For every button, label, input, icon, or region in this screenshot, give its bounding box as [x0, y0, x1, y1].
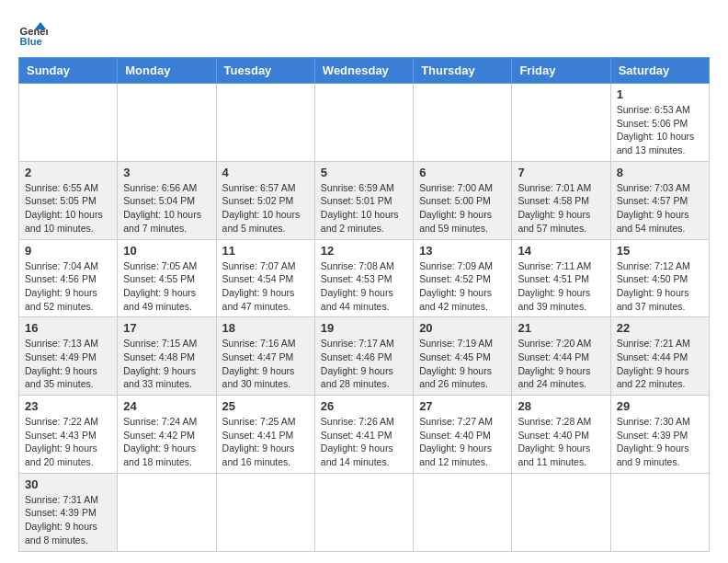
calendar-cell: 24Sunrise: 7:24 AM Sunset: 4:42 PM Dayli… — [118, 396, 216, 474]
calendar-cell — [610, 473, 709, 551]
day-number: 2 — [25, 166, 111, 179]
calendar-cell: 21Sunrise: 7:20 AM Sunset: 4:44 PM Dayli… — [512, 317, 610, 396]
day-number: 3 — [123, 166, 210, 179]
calendar-week-1: 1Sunrise: 6:53 AM Sunset: 5:06 PM Daylig… — [19, 84, 710, 162]
day-number: 8 — [617, 166, 703, 179]
calendar-cell: 8Sunrise: 7:03 AM Sunset: 4:57 PM Daylig… — [610, 161, 709, 239]
day-number: 30 — [25, 477, 111, 491]
calendar-cell — [512, 84, 610, 162]
day-number: 13 — [419, 244, 506, 258]
calendar-cell — [19, 84, 118, 162]
calendar-header-saturday: Saturday — [610, 58, 709, 84]
day-number: 24 — [123, 399, 210, 413]
calendar-cell: 7Sunrise: 7:01 AM Sunset: 4:58 PM Daylig… — [512, 161, 610, 239]
calendar-cell: 25Sunrise: 7:25 AM Sunset: 4:41 PM Dayli… — [216, 396, 314, 474]
calendar-header-tuesday: Tuesday — [216, 58, 314, 84]
calendar-cell: 29Sunrise: 7:30 AM Sunset: 4:39 PM Dayli… — [610, 396, 709, 474]
day-info: Sunrise: 7:07 AM Sunset: 4:54 PM Dayligh… — [222, 259, 309, 314]
day-number: 28 — [518, 399, 604, 413]
calendar-cell — [216, 84, 314, 162]
calendar-cell: 18Sunrise: 7:16 AM Sunset: 4:47 PM Dayli… — [216, 317, 314, 396]
calendar-header-thursday: Thursday — [414, 58, 512, 84]
calendar-cell: 12Sunrise: 7:08 AM Sunset: 4:53 PM Dayli… — [314, 239, 413, 317]
calendar-cell: 17Sunrise: 7:15 AM Sunset: 4:48 PM Dayli… — [118, 317, 216, 396]
generalblue-logo-icon: General Blue — [18, 18, 48, 48]
calendar-cell — [414, 473, 512, 551]
day-number: 25 — [222, 399, 309, 413]
day-info: Sunrise: 7:09 AM Sunset: 4:52 PM Dayligh… — [419, 259, 506, 314]
calendar-cell: 11Sunrise: 7:07 AM Sunset: 4:54 PM Dayli… — [216, 239, 314, 317]
day-number: 27 — [419, 399, 506, 413]
day-info: Sunrise: 7:12 AM Sunset: 4:50 PM Dayligh… — [617, 259, 703, 314]
day-info: Sunrise: 7:13 AM Sunset: 4:49 PM Dayligh… — [25, 337, 111, 391]
day-number: 5 — [321, 166, 407, 179]
calendar-table: SundayMondayTuesdayWednesdayThursdayFrid… — [18, 57, 710, 552]
day-number: 7 — [518, 166, 604, 179]
calendar-cell: 13Sunrise: 7:09 AM Sunset: 4:52 PM Dayli… — [414, 239, 512, 317]
day-info: Sunrise: 7:03 AM Sunset: 4:57 PM Dayligh… — [617, 181, 703, 236]
logo: General Blue — [18, 18, 48, 48]
day-number: 4 — [222, 166, 309, 179]
calendar-cell — [512, 473, 610, 551]
day-number: 23 — [25, 399, 111, 413]
day-info: Sunrise: 7:15 AM Sunset: 4:48 PM Dayligh… — [123, 337, 210, 391]
day-info: Sunrise: 6:57 AM Sunset: 5:02 PM Dayligh… — [222, 181, 309, 236]
day-info: Sunrise: 6:55 AM Sunset: 5:05 PM Dayligh… — [25, 181, 111, 236]
svg-text:Blue: Blue — [20, 36, 42, 47]
day-info: Sunrise: 7:21 AM Sunset: 4:44 PM Dayligh… — [617, 337, 703, 391]
calendar-cell: 9Sunrise: 7:04 AM Sunset: 4:56 PM Daylig… — [19, 239, 118, 317]
calendar-week-3: 9Sunrise: 7:04 AM Sunset: 4:56 PM Daylig… — [19, 239, 710, 317]
day-number: 11 — [222, 244, 309, 258]
day-info: Sunrise: 7:16 AM Sunset: 4:47 PM Dayligh… — [222, 337, 309, 391]
calendar-cell: 28Sunrise: 7:28 AM Sunset: 4:40 PM Dayli… — [512, 396, 610, 474]
calendar-cell — [314, 473, 413, 551]
calendar-week-5: 23Sunrise: 7:22 AM Sunset: 4:43 PM Dayli… — [19, 396, 710, 474]
calendar-header-wednesday: Wednesday — [314, 58, 413, 84]
day-info: Sunrise: 7:22 AM Sunset: 4:43 PM Dayligh… — [25, 415, 111, 469]
calendar-cell: 23Sunrise: 7:22 AM Sunset: 4:43 PM Dayli… — [19, 396, 118, 474]
day-info: Sunrise: 7:08 AM Sunset: 4:53 PM Dayligh… — [321, 259, 407, 314]
day-number: 14 — [518, 244, 604, 258]
calendar-cell: 5Sunrise: 6:59 AM Sunset: 5:01 PM Daylig… — [314, 161, 413, 239]
day-info: Sunrise: 7:30 AM Sunset: 4:39 PM Dayligh… — [617, 415, 703, 469]
day-info: Sunrise: 7:05 AM Sunset: 4:55 PM Dayligh… — [123, 259, 210, 314]
calendar-header-row: SundayMondayTuesdayWednesdayThursdayFrid… — [19, 58, 710, 84]
calendar-header-monday: Monday — [118, 58, 216, 84]
day-number: 12 — [321, 244, 407, 258]
calendar-cell: 15Sunrise: 7:12 AM Sunset: 4:50 PM Dayli… — [610, 239, 709, 317]
calendar-cell: 20Sunrise: 7:19 AM Sunset: 4:45 PM Dayli… — [414, 317, 512, 396]
calendar-week-4: 16Sunrise: 7:13 AM Sunset: 4:49 PM Dayli… — [19, 317, 710, 396]
calendar-cell — [118, 84, 216, 162]
calendar-cell — [314, 84, 413, 162]
day-number: 6 — [419, 166, 506, 179]
page-header: General Blue — [18, 18, 710, 48]
calendar-cell: 4Sunrise: 6:57 AM Sunset: 5:02 PM Daylig… — [216, 161, 314, 239]
day-info: Sunrise: 7:19 AM Sunset: 4:45 PM Dayligh… — [419, 337, 506, 391]
day-info: Sunrise: 7:01 AM Sunset: 4:58 PM Dayligh… — [518, 181, 604, 236]
day-number: 18 — [222, 321, 309, 335]
day-number: 16 — [25, 321, 111, 335]
day-info: Sunrise: 7:04 AM Sunset: 4:56 PM Dayligh… — [25, 259, 111, 314]
calendar-cell: 22Sunrise: 7:21 AM Sunset: 4:44 PM Dayli… — [610, 317, 709, 396]
calendar-header-friday: Friday — [512, 58, 610, 84]
day-number: 10 — [123, 244, 210, 258]
calendar-cell: 6Sunrise: 7:00 AM Sunset: 5:00 PM Daylig… — [414, 161, 512, 239]
day-number: 21 — [518, 321, 604, 335]
day-number: 26 — [321, 399, 407, 413]
day-number: 29 — [617, 399, 703, 413]
day-info: Sunrise: 7:27 AM Sunset: 4:40 PM Dayligh… — [419, 415, 506, 469]
calendar-cell — [118, 473, 216, 551]
calendar-cell: 3Sunrise: 6:56 AM Sunset: 5:04 PM Daylig… — [118, 161, 216, 239]
day-info: Sunrise: 6:56 AM Sunset: 5:04 PM Dayligh… — [123, 181, 210, 236]
day-info: Sunrise: 7:00 AM Sunset: 5:00 PM Dayligh… — [419, 181, 506, 236]
calendar-cell — [414, 84, 512, 162]
day-number: 19 — [321, 321, 407, 335]
day-info: Sunrise: 7:11 AM Sunset: 4:51 PM Dayligh… — [518, 259, 604, 314]
calendar-cell: 1Sunrise: 6:53 AM Sunset: 5:06 PM Daylig… — [610, 84, 709, 162]
day-info: Sunrise: 7:20 AM Sunset: 4:44 PM Dayligh… — [518, 337, 604, 391]
day-info: Sunrise: 7:31 AM Sunset: 4:39 PM Dayligh… — [25, 493, 111, 547]
day-info: Sunrise: 7:25 AM Sunset: 4:41 PM Dayligh… — [222, 415, 309, 469]
day-number: 20 — [419, 321, 506, 335]
calendar-cell: 14Sunrise: 7:11 AM Sunset: 4:51 PM Dayli… — [512, 239, 610, 317]
calendar-cell: 2Sunrise: 6:55 AM Sunset: 5:05 PM Daylig… — [19, 161, 118, 239]
